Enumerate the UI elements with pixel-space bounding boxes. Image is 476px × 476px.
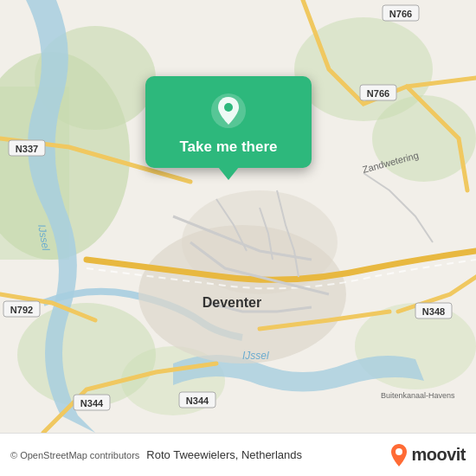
take-me-there-popup[interactable]: Take me there — [145, 76, 312, 168]
location-pin-icon — [209, 92, 248, 130]
svg-text:N337: N337 — [16, 144, 38, 154]
popup-label: Take me there — [179, 138, 277, 156]
svg-text:N348: N348 — [422, 306, 445, 317]
svg-text:N792: N792 — [10, 305, 33, 315]
svg-text:N344: N344 — [186, 396, 209, 406]
svg-text:N766: N766 — [367, 88, 389, 99]
moovit-pin-icon — [389, 443, 408, 467]
map-background: N766 N766 N337 Zandwetering Deventer N34… — [0, 0, 476, 433]
svg-text:N766: N766 — [389, 9, 412, 19]
bottom-bar: © OpenStreetMap contributors Roto Tweewi… — [0, 433, 476, 476]
svg-point-32 — [396, 448, 402, 455]
svg-text:Buitenkanaal-Havens: Buitenkanaal-Havens — [381, 391, 455, 400]
moovit-brand-text: moovit — [411, 445, 466, 465]
attribution-text: © OpenStreetMap contributors — [10, 450, 139, 460]
svg-text:Deventer: Deventer — [203, 295, 261, 310]
svg-text:IJssel: IJssel — [242, 350, 269, 362]
location-info-text: Roto Tweewielers, Netherlands — [146, 448, 389, 461]
svg-text:N344: N344 — [80, 398, 104, 408]
map-container: N766 N766 N337 Zandwetering Deventer N34… — [0, 0, 476, 433]
svg-point-31 — [224, 103, 233, 112]
moovit-logo: moovit — [389, 443, 466, 467]
